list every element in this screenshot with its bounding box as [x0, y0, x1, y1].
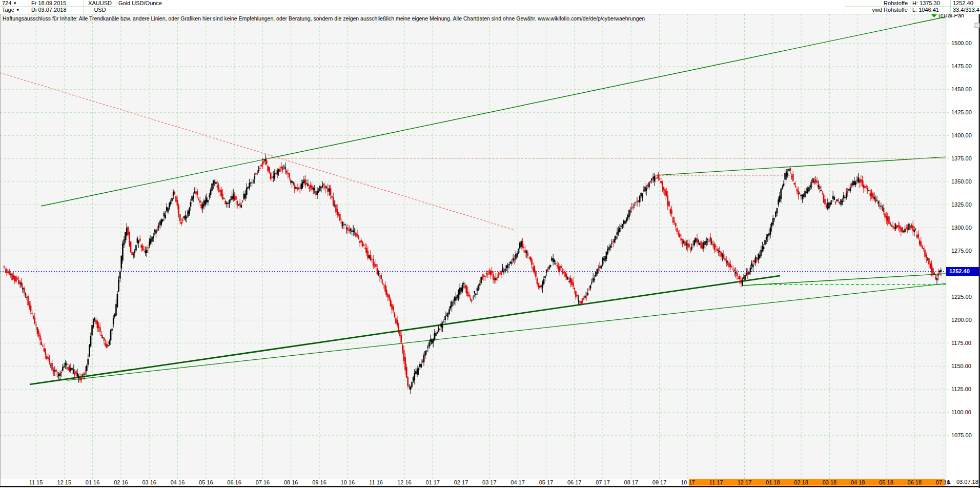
- date-axis-label: 06 16: [227, 479, 241, 485]
- price-axis-label: 1125.00: [951, 386, 971, 392]
- date-from[interactable]: Fr 18.09.2015: [29, 0, 84, 7]
- date-axis-label: 08 16: [284, 479, 298, 485]
- last-bar-date: 03.07.18: [956, 479, 978, 485]
- date-axis-label: 12 16: [397, 479, 412, 485]
- date-to[interactable]: Di 03.07.2018: [29, 7, 84, 13]
- price-axis-label: 1150.00: [951, 363, 971, 369]
- price-axis-label: 1075.00: [951, 432, 972, 438]
- date-axis-label: 09 16: [312, 479, 326, 485]
- title-cell: Gold USD/Ounce: [116, 0, 164, 14]
- price-axis-label: 1300.00: [951, 225, 972, 231]
- disclaimer-text: Haftungsausschluss für Inhalte: Alle Tre…: [3, 15, 645, 22]
- date-axis-label: 01 16: [86, 479, 100, 485]
- period-high-label: H: 1375.30: [910, 0, 950, 7]
- last-stat-cell: 1252.40 33.4/313.4: [951, 0, 980, 14]
- symbol-label: XAUUSD: [84, 0, 116, 7]
- price-axis-label: 1450.00: [951, 86, 972, 92]
- currency-label: USD: [84, 7, 116, 13]
- price-axis-label: 1325.00: [951, 201, 972, 208]
- bars-count: 724: [2, 0, 11, 6]
- instrument-title: Gold USD/Ounce: [116, 0, 164, 7]
- axis-splitter-handle[interactable]: [975, 23, 979, 28]
- date-axis-label: 06 17: [567, 479, 582, 485]
- date-axis-label: 04 18: [851, 479, 865, 485]
- date-axis-label: 04 16: [171, 479, 185, 485]
- header-bar: 724▼ Tage▼ Fr 18.09.2015 Di 03.07.2018 X…: [0, 0, 980, 14]
- symbol-cell: XAUUSD USD: [84, 0, 116, 14]
- date-axis-label: 05 16: [199, 479, 213, 485]
- price-chart[interactable]: 1500.001475.001450.001425.001400.001375.…: [0, 0, 980, 488]
- group-cell: Rohstoffe vwd Rohstoffe: [845, 0, 910, 14]
- date-axis-label: 12 15: [57, 479, 72, 485]
- date-axis-label: 01 17: [425, 479, 440, 485]
- provider-label: vwd Rohstoffe: [845, 7, 910, 13]
- price-axis-label: 1375.00: [951, 155, 972, 161]
- price-axis-label: 1475.00: [951, 63, 972, 69]
- price-axis-label: 1425.00: [951, 109, 972, 115]
- group-label: Rohstoffe: [845, 0, 910, 7]
- price-axis-label: 1225.00: [951, 294, 972, 300]
- date-axis-label: 06 18: [908, 479, 922, 485]
- date-axis-label: 11 17: [709, 479, 723, 485]
- date-axis-label: 08 17: [624, 479, 639, 485]
- last-price-tag: 1252.40: [946, 267, 979, 276]
- date-axis-label: 09 17: [652, 479, 667, 485]
- date-range-cell: Fr 18.09.2015 Di 03.07.2018: [29, 0, 84, 14]
- header-spacer: [164, 0, 845, 14]
- date-axis-label: 10 17: [681, 479, 695, 485]
- date-axis-label: 05 18: [879, 479, 893, 485]
- date-axis-label: 03 17: [482, 479, 497, 485]
- period-label: Tage: [2, 7, 14, 13]
- price-axis-label: 1350.00: [951, 178, 972, 185]
- date-axis-label: 04 17: [511, 479, 525, 485]
- price-axis-label: 1175.00: [951, 340, 971, 346]
- chart-background: [0, 0, 980, 488]
- price-axis-label: 1200.00: [951, 317, 972, 323]
- date-axis-label: 07 16: [256, 479, 270, 485]
- price-axis-label: 1400.00: [951, 132, 972, 138]
- range-period-cell: 724▼ Tage▼: [0, 0, 29, 14]
- price-axis-label: 1275.00: [951, 248, 972, 254]
- date-axis-label: 01 18: [766, 479, 780, 485]
- date-axis-label: 10 16: [341, 479, 355, 485]
- header-stat: 33.4/313.4: [951, 7, 980, 13]
- date-axis-label: 02 16: [114, 479, 128, 485]
- date-axis-label: 11 16: [369, 479, 383, 485]
- tai-pan-chart-window: 1500.001475.001450.001425.001400.001375.…: [0, 0, 980, 488]
- date-axis-label: 05 17: [539, 479, 554, 485]
- date-axis-label: 02 17: [454, 479, 468, 485]
- date-axis-label: 03 18: [823, 479, 837, 485]
- header-last-price: 1252.40: [951, 0, 980, 7]
- period-dropdown-icon[interactable]: ▼: [16, 7, 20, 13]
- price-axis-label: 1100.00: [951, 409, 971, 415]
- date-axis-label: 11 15: [29, 479, 43, 485]
- price-axis-label: 1500.00: [951, 40, 972, 46]
- period-low-label: L: 1046.41: [910, 7, 950, 13]
- date-axis-label: 07 17: [596, 479, 610, 485]
- last-bar-marker: L: [948, 479, 951, 485]
- date-axis-label: 03 16: [142, 479, 156, 485]
- high-low-cell: H: 1375.30 L: 1046.41: [910, 0, 951, 14]
- date-axis-label: 02 18: [794, 479, 808, 485]
- date-axis-label: 12 17: [738, 479, 752, 485]
- bars-dropdown-icon[interactable]: ▼: [13, 0, 17, 7]
